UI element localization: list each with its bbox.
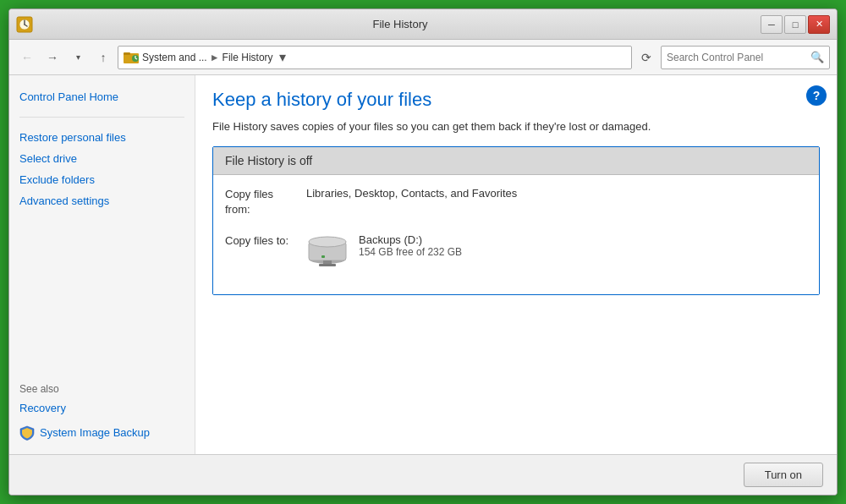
breadcrumb-current: File History bbox=[222, 52, 273, 63]
file-history-box: File History is off Copy files from: Lib… bbox=[212, 146, 820, 294]
maximize-button[interactable]: □ bbox=[784, 15, 806, 34]
breadcrumb: System and ... ► File History bbox=[142, 52, 273, 63]
sidebar-item-control-panel-home[interactable]: Control Panel Home bbox=[19, 89, 184, 105]
minimize-button[interactable]: ─ bbox=[761, 15, 783, 34]
copy-to-label: Copy files to: bbox=[225, 233, 293, 267]
forward-button[interactable]: → bbox=[41, 47, 63, 68]
panel-title: Keep a history of your files bbox=[212, 89, 820, 111]
sidebar: Control Panel Home Restore personal file… bbox=[9, 75, 195, 454]
search-box: 🔍 bbox=[661, 46, 830, 69]
dropdown-button[interactable]: ▾ bbox=[67, 47, 89, 68]
copy-from-row: Copy files from: Libraries, Desktop, Con… bbox=[225, 187, 807, 217]
breadcrumb-prefix: System and ... bbox=[142, 52, 207, 63]
main-window: File History ─ □ ✕ ← → ▾ ↑ System and ..… bbox=[8, 8, 838, 496]
bottom-bar: Turn on bbox=[9, 454, 837, 495]
see-also-label: See also bbox=[19, 383, 184, 395]
turn-on-button[interactable]: Turn on bbox=[744, 463, 823, 487]
copy-to-row: Copy files to: bbox=[225, 233, 807, 267]
drive-space: 154 GB free of 232 GB bbox=[359, 246, 462, 258]
breadcrumb-separator: ► bbox=[210, 52, 220, 63]
close-button[interactable]: ✕ bbox=[808, 15, 830, 34]
drive-info: Backups (D:) 154 GB free of 232 GB bbox=[359, 233, 462, 258]
help-button[interactable]: ? bbox=[806, 85, 827, 106]
titlebar-buttons: ─ □ ✕ bbox=[761, 15, 830, 34]
drive-name: Backups (D:) bbox=[359, 233, 462, 246]
file-history-body: Copy files from: Libraries, Desktop, Con… bbox=[213, 175, 819, 293]
address-folder-icon bbox=[124, 50, 139, 65]
svg-point-11 bbox=[309, 237, 346, 247]
back-button[interactable]: ← bbox=[16, 47, 38, 68]
svg-rect-13 bbox=[319, 264, 336, 266]
sidebar-item-exclude-folders[interactable]: Exclude folders bbox=[19, 172, 184, 188]
panel-description: File History saves copies of your files … bbox=[212, 119, 820, 134]
address-dropdown[interactable]: ▾ bbox=[277, 46, 288, 69]
sidebar-item-system-image-backup[interactable]: System Image Backup bbox=[19, 425, 184, 441]
sidebar-item-select-drive[interactable]: Select drive bbox=[19, 151, 184, 167]
system-image-backup-label[interactable]: System Image Backup bbox=[40, 425, 150, 441]
svg-rect-14 bbox=[321, 255, 325, 258]
copy-from-label: Copy files from: bbox=[225, 187, 293, 217]
window-title: File History bbox=[40, 18, 761, 30]
copy-to-value: Backups (D:) 154 GB free of 232 GB bbox=[306, 233, 462, 267]
search-input[interactable] bbox=[667, 52, 810, 63]
sidebar-item-recovery[interactable]: Recovery bbox=[19, 400, 184, 416]
copy-from-value: Libraries, Desktop, Contacts, and Favori… bbox=[306, 187, 517, 217]
search-icon[interactable]: 🔍 bbox=[810, 51, 824, 63]
right-panel: ? Keep a history of your files File Hist… bbox=[195, 75, 837, 454]
main-content: Control Panel Home Restore personal file… bbox=[9, 75, 837, 454]
addressbar: ← → ▾ ↑ System and ... ► File History ▾ … bbox=[9, 40, 837, 75]
svg-rect-5 bbox=[124, 52, 130, 55]
sidebar-item-advanced-settings[interactable]: Advanced settings bbox=[19, 193, 184, 209]
shield-icon bbox=[19, 425, 35, 441]
sidebar-item-restore-personal-files[interactable]: Restore personal files bbox=[19, 129, 184, 145]
up-button[interactable]: ↑ bbox=[92, 47, 114, 68]
address-box[interactable]: System and ... ► File History ▾ bbox=[118, 46, 632, 69]
drive-icon bbox=[306, 233, 349, 267]
file-history-status: File History is off bbox=[213, 147, 819, 175]
refresh-button[interactable]: ⟳ bbox=[635, 47, 657, 68]
sidebar-divider-1 bbox=[19, 117, 184, 118]
titlebar: File History ─ □ ✕ bbox=[9, 9, 837, 40]
app-icon bbox=[16, 16, 33, 33]
